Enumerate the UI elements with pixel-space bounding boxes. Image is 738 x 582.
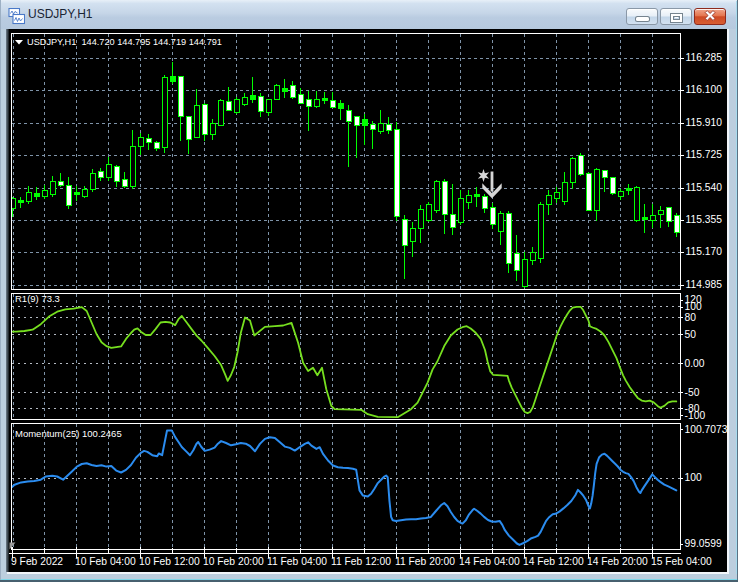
svg-text:115.540: 115.540: [686, 182, 723, 193]
svg-text:115.170: 115.170: [686, 246, 723, 257]
svg-text:14 Feb 12:00: 14 Feb 12:00: [523, 556, 584, 567]
svg-text:11 Feb 20:00: 11 Feb 20:00: [395, 556, 455, 567]
svg-text:14 Feb 20:00: 14 Feb 20:00: [587, 556, 648, 567]
svg-text:80: 80: [685, 312, 697, 323]
svg-text:11 Feb 04:00: 11 Feb 04:00: [267, 556, 327, 567]
svg-text:15 Feb 04:00: 15 Feb 04:00: [651, 556, 712, 567]
svg-text:50: 50: [685, 329, 697, 340]
svg-text:114.985: 114.985: [686, 279, 723, 290]
svg-text:11 Feb 12:00: 11 Feb 12:00: [331, 556, 391, 567]
svg-text:USDJPY,H1 144.720 144.795 144: USDJPY,H1 144.720 144.795 144.719 144.79…: [27, 37, 222, 47]
svg-text:115.910: 115.910: [686, 117, 723, 128]
svg-text:116.285: 116.285: [686, 52, 723, 63]
svg-text:100: 100: [685, 301, 702, 312]
svg-text:0.00: 0.00: [685, 358, 705, 369]
svg-text:10 Feb 04:00: 10 Feb 04:00: [75, 556, 136, 567]
svg-text:R1(9) 73.3: R1(9) 73.3: [15, 293, 60, 304]
svg-text:100: 100: [685, 472, 702, 483]
svg-text:100.7073: 100.7073: [685, 424, 728, 435]
svg-text:10 Feb 12:00: 10 Feb 12:00: [139, 556, 200, 567]
svg-text:9 Feb 2022: 9 Feb 2022: [11, 556, 63, 567]
svg-text:115.355: 115.355: [686, 214, 723, 225]
svg-text:-100: -100: [685, 410, 706, 421]
svg-text:Momentum(25) 100.2465: Momentum(25) 100.2465: [15, 428, 122, 439]
svg-text:115.725: 115.725: [686, 149, 723, 160]
svg-text:10 Feb 20:00: 10 Feb 20:00: [203, 556, 264, 567]
svg-text:14 Feb 04:00: 14 Feb 04:00: [459, 556, 520, 567]
svg-text:99.0599: 99.0599: [685, 538, 722, 549]
svg-text:-50: -50: [685, 387, 700, 398]
svg-text:116.100: 116.100: [686, 84, 723, 95]
